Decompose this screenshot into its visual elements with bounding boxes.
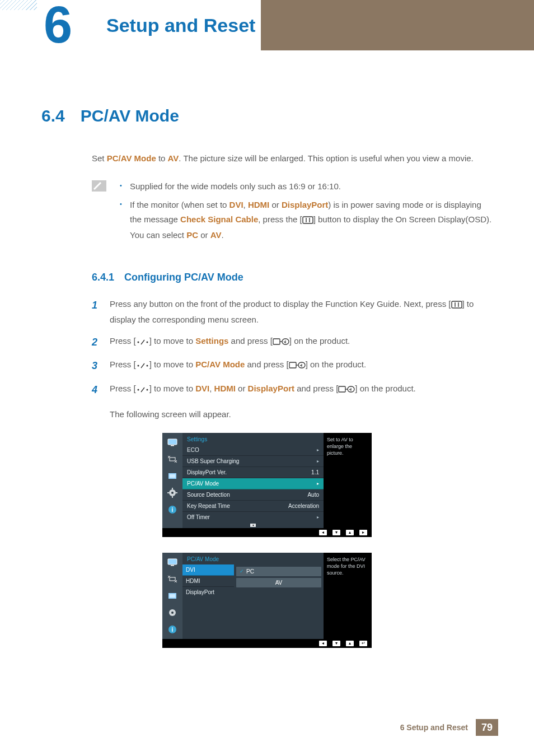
text: ] on the product.	[289, 336, 350, 346]
hdmi-label: HDMI	[214, 384, 236, 393]
note-list: Supplied for the wide models only such a…	[120, 179, 493, 247]
svg-rect-12	[289, 362, 296, 368]
label: DisplayPort Ver.	[187, 469, 227, 475]
step-text: Press [] to move to DVI, HDMI or Display…	[110, 381, 416, 399]
value: Acceleration	[288, 503, 319, 509]
osd-nav-bar: ◂ ▾ ▴ ↵	[162, 639, 372, 648]
svg-rect-30	[176, 492, 177, 493]
select-enter-icon	[273, 335, 289, 350]
svg-rect-34	[171, 565, 174, 566]
text: Press any button on the front of the pro…	[110, 299, 451, 309]
osd-screenshots: i Settings ECO▸ USB Super Charging▸ Disp…	[162, 433, 372, 648]
pcavmode-label: PC/AV Mode	[195, 360, 245, 369]
svg-point-14	[137, 389, 139, 390]
chapter-title: Setup and Reset	[106, 15, 255, 36]
select-enter-icon	[289, 359, 306, 374]
intro-text: . The picture size will be enlarged. Thi…	[179, 153, 473, 163]
label: PC/AV Mode	[187, 480, 219, 487]
svg-point-15	[146, 389, 148, 390]
osd-source-list: DVI HDMI DisplayPort	[182, 564, 234, 613]
label: DVI	[186, 567, 195, 573]
text: ] on the product.	[306, 360, 366, 369]
text: and press [	[228, 336, 272, 346]
note-text: , press the [	[258, 214, 302, 224]
intro-text: to	[156, 153, 168, 163]
note-text: If the monitor (when set to	[130, 200, 229, 209]
osd-source-hdmi: HDMI	[182, 576, 234, 587]
svg-rect-19	[171, 445, 174, 446]
svg-rect-33	[168, 559, 177, 564]
osd-row-sourcedet: Source DetectionAuto	[182, 489, 324, 501]
header-banner: 6 Setup and Reset	[0, 0, 534, 50]
dvi-label: DVI	[195, 384, 209, 393]
svg-rect-35	[170, 577, 175, 581]
label: DisplayPort	[186, 589, 214, 595]
svg-point-6	[137, 341, 139, 343]
label: AV	[275, 580, 283, 586]
note-block: Supplied for the wide models only such a…	[92, 179, 493, 247]
nav-right-icon: ▸	[359, 530, 367, 535]
text: Press [	[110, 360, 136, 369]
text: or	[236, 384, 248, 393]
osd-source-displayport: DisplayPort	[182, 587, 234, 598]
nav-down-icon: ▾	[332, 530, 340, 535]
steps-list: 1 Press any button on the front of the p…	[92, 297, 493, 399]
label: PC	[246, 568, 254, 575]
intro-av: AV	[168, 153, 179, 163]
dot-slash-dot-icon	[136, 383, 149, 398]
svg-point-11	[146, 365, 148, 367]
nav-up-icon: ▴	[346, 530, 354, 535]
displayport-label: DisplayPort	[248, 384, 294, 393]
footer-page-number: 79	[476, 719, 498, 736]
hatch-decoration	[0, 0, 37, 10]
svg-rect-8	[273, 339, 280, 344]
pc-label: PC	[186, 230, 198, 240]
osd-help-text: Select the PC/AV mode for the DVI source…	[324, 553, 372, 639]
osd-option-av: AV	[236, 578, 321, 587]
svg-text:i: i	[172, 507, 174, 513]
step-2: 2 Press [] to move to Settings and press…	[92, 334, 493, 351]
text: ] to move to	[149, 336, 196, 346]
note-text: Supplied for the wide models only such a…	[130, 181, 341, 191]
picture-icon	[167, 557, 178, 567]
note-item-2: If the monitor (when set to DVI, HDMI or…	[120, 198, 493, 242]
text: ,	[209, 384, 214, 393]
subsection-number: 6.4.1	[92, 272, 114, 283]
step-text: Press [] to move to Settings and press […	[110, 334, 350, 351]
svg-rect-29	[167, 492, 169, 493]
svg-rect-16	[339, 386, 345, 392]
text: ] on the product.	[355, 384, 415, 393]
label: HDMI	[186, 578, 200, 584]
svg-rect-20	[170, 458, 175, 461]
note-icon	[92, 180, 106, 192]
svg-rect-28	[172, 496, 173, 498]
displayport-label: DisplayPort	[282, 200, 328, 209]
following-screen-text: The following screen will appear.	[110, 407, 493, 422]
section-number: 6.4	[41, 106, 65, 125]
intro-pcavmode: PC/AV Mode	[107, 153, 156, 163]
gear-icon	[167, 608, 178, 618]
osd-title: PC/AV Mode	[182, 553, 324, 564]
nav-left-icon: ◂	[319, 530, 327, 535]
dot-slash-dot-icon	[136, 335, 149, 350]
label: ECO	[187, 447, 199, 453]
arrow-right-icon: ▸	[317, 481, 319, 486]
svg-rect-3	[452, 301, 462, 308]
step-text: Press any button on the front of the pro…	[110, 297, 493, 327]
text: Press [	[110, 384, 136, 393]
av-label: AV	[210, 230, 222, 240]
osd-row-usb: USB Super Charging▸	[182, 456, 324, 467]
section-title: PC/AV Mode	[81, 106, 179, 125]
text: ] to move to	[149, 360, 196, 369]
svg-text:i: i	[172, 627, 174, 633]
svg-point-10	[137, 365, 139, 367]
osd-pcavmode: i PC/AV Mode DVI HDMI DisplayPort PC AV	[162, 553, 372, 648]
osd-settings: i Settings ECO▸ USB Super Charging▸ Disp…	[162, 433, 372, 537]
svg-point-26	[171, 492, 174, 494]
label: Source Detection	[187, 492, 230, 498]
picture-icon	[167, 437, 178, 447]
menu-button-icon	[451, 298, 462, 313]
value: Auto	[307, 492, 319, 498]
label: Key Repeat Time	[187, 503, 230, 509]
step-4: 4 Press [] to move to DVI, HDMI or Displ…	[92, 381, 493, 399]
